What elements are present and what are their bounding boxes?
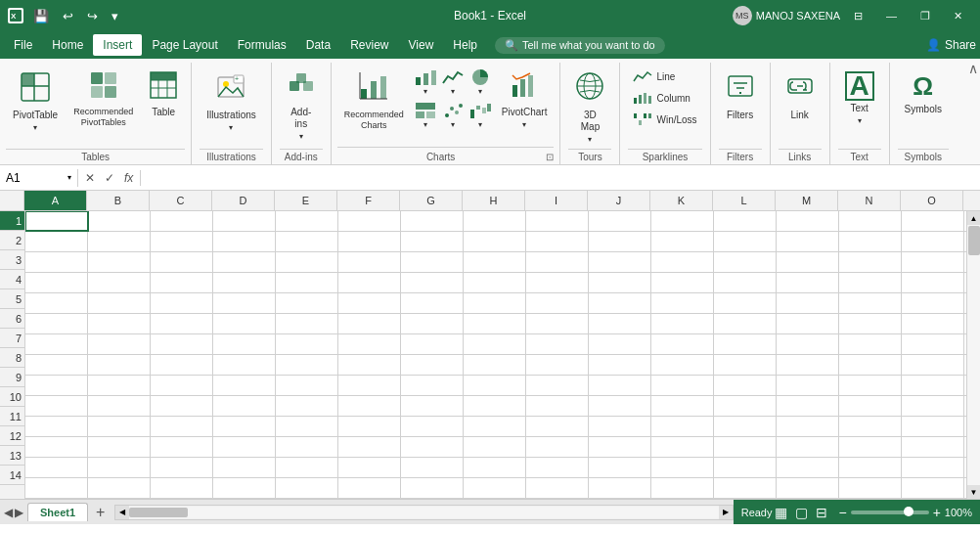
cell-A10[interactable] (25, 396, 88, 416)
cell-N9[interactable] (839, 376, 902, 395)
cell-L2[interactable] (714, 232, 777, 251)
help-search[interactable]: 🔍 Tell me what you want to do (495, 37, 665, 54)
col-header-B[interactable]: B (87, 191, 150, 210)
pivot-table-button[interactable]: PivotTable ▾ (6, 67, 65, 137)
cell-O14[interactable] (902, 478, 964, 498)
cell-G4[interactable] (401, 273, 464, 292)
cell-I1[interactable] (526, 211, 589, 231)
win-loss-button[interactable]: Win/Loss (628, 110, 701, 129)
filters-button[interactable]: Filters (719, 67, 762, 126)
cell-K2[interactable] (651, 232, 714, 251)
sheet-tab-sheet1[interactable]: Sheet1 (27, 503, 88, 521)
cell-F12[interactable] (338, 437, 401, 457)
menu-help[interactable]: Help (443, 34, 487, 56)
cell-M8[interactable] (777, 355, 839, 375)
sheet-next-button[interactable]: ▶ (15, 506, 23, 519)
cell-D11[interactable] (213, 417, 276, 436)
cell-D1[interactable] (213, 211, 276, 231)
menu-review[interactable]: Review (340, 34, 398, 56)
cell-C9[interactable] (151, 376, 213, 395)
scatter-chart-button[interactable]: ▾ (440, 100, 466, 131)
add-sheet-button[interactable]: + (90, 504, 111, 521)
cell-E10[interactable] (276, 396, 338, 416)
cell-C4[interactable] (151, 273, 213, 292)
cell-H6[interactable] (464, 314, 526, 333)
row-header-5[interactable]: 5 (0, 289, 24, 309)
cell-H7[interactable] (464, 334, 526, 354)
cell-L13[interactable] (714, 458, 777, 477)
menu-data[interactable]: Data (296, 34, 340, 56)
text-button[interactable]: A Text ▾ (838, 67, 881, 130)
cell-L1[interactable] (714, 211, 777, 231)
3d-map-button[interactable]: 3DMap ▾ (568, 67, 611, 149)
cell-G7[interactable] (401, 334, 464, 354)
cell-K3[interactable] (651, 252, 714, 272)
cell-M2[interactable] (777, 232, 839, 251)
insert-function-button[interactable]: fx (121, 170, 136, 186)
cell-J14[interactable] (589, 478, 651, 498)
cell-I11[interactable] (526, 417, 589, 436)
cell-F13[interactable] (338, 458, 401, 477)
cell-J12[interactable] (589, 437, 651, 457)
cell-B7[interactable] (88, 334, 151, 354)
cell-M9[interactable] (777, 376, 839, 395)
col-header-I[interactable]: I (525, 191, 588, 210)
cell-N4[interactable] (839, 273, 902, 292)
hscroll-left-button[interactable]: ◀ (115, 506, 129, 519)
pie-chart-button[interactable]: ▾ (468, 67, 493, 98)
confirm-formula-button[interactable]: ✓ (102, 170, 117, 186)
cell-G14[interactable] (401, 478, 464, 498)
restore-button[interactable]: ❐ (911, 6, 940, 26)
row-header-8[interactable]: 8 (0, 348, 24, 368)
cell-G2[interactable] (401, 232, 464, 251)
row-header-11[interactable]: 11 (0, 407, 24, 426)
recommended-pivottables-button[interactable]: RecommendedPivotTables (67, 67, 140, 133)
cell-L3[interactable] (714, 252, 777, 272)
menu-insert[interactable]: Insert (93, 34, 142, 56)
cancel-formula-button[interactable]: ✕ (82, 170, 98, 186)
vscroll-thumb[interactable] (968, 226, 980, 255)
cell-O9[interactable] (902, 376, 964, 395)
cell-K8[interactable] (651, 355, 714, 375)
row-header-6[interactable]: 6 (0, 309, 24, 329)
row-header-2[interactable]: 2 (0, 231, 24, 250)
cell-D3[interactable] (213, 252, 276, 272)
cell-H3[interactable] (464, 252, 526, 272)
hscroll-right-button[interactable]: ▶ (719, 506, 733, 519)
cell-J3[interactable] (589, 252, 651, 272)
cell-B8[interactable] (88, 355, 151, 375)
cell-E7[interactable] (276, 334, 338, 354)
cell-I9[interactable] (526, 376, 589, 395)
cell-F6[interactable] (338, 314, 401, 333)
cell-N8[interactable] (839, 355, 902, 375)
line-chart-button[interactable]: ▾ (440, 67, 466, 98)
cell-M1[interactable] (777, 211, 839, 231)
cell-I6[interactable] (526, 314, 589, 333)
sheet-prev-button[interactable]: ◀ (4, 506, 13, 519)
cell-G1[interactable] (401, 211, 464, 231)
cell-G6[interactable] (401, 314, 464, 333)
cell-K9[interactable] (651, 376, 714, 395)
cell-I14[interactable] (526, 478, 589, 498)
cell-J10[interactable] (589, 396, 651, 416)
illustrations-button[interactable]: + Illustrations ▾ (200, 67, 263, 137)
cell-D14[interactable] (213, 478, 276, 498)
cell-K4[interactable] (651, 273, 714, 292)
cell-D6[interactable] (213, 314, 276, 333)
cell-A12[interactable] (25, 437, 88, 457)
cell-F7[interactable] (338, 334, 401, 354)
cell-L7[interactable] (714, 334, 777, 354)
cell-A1[interactable] (25, 211, 88, 231)
cell-N10[interactable] (839, 396, 902, 416)
cell-H5[interactable] (464, 293, 526, 313)
cell-A11[interactable] (25, 417, 88, 436)
cell-N14[interactable] (839, 478, 902, 498)
cell-L10[interactable] (714, 396, 777, 416)
cell-E14[interactable] (276, 478, 338, 498)
cell-D5[interactable] (213, 293, 276, 313)
cell-M12[interactable] (777, 437, 839, 457)
menu-home[interactable]: Home (42, 34, 93, 56)
cell-G10[interactable] (401, 396, 464, 416)
cell-B14[interactable] (88, 478, 151, 498)
cell-L4[interactable] (714, 273, 777, 292)
